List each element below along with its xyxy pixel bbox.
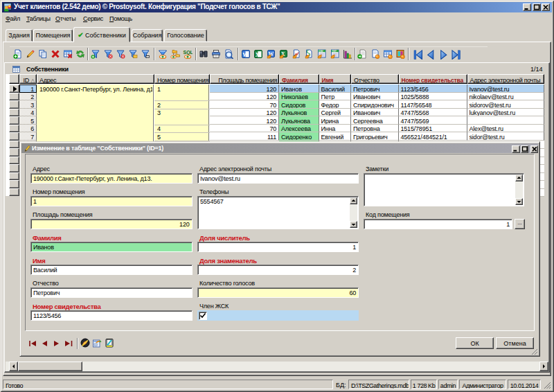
svg-text:SQL: SQL [184, 50, 193, 55]
svg-text:W: W [242, 52, 248, 58]
svg-text:CSV: CSV [319, 50, 323, 53]
svg-text:X: X [256, 52, 260, 58]
svg-text:TXT: TXT [332, 50, 337, 53]
